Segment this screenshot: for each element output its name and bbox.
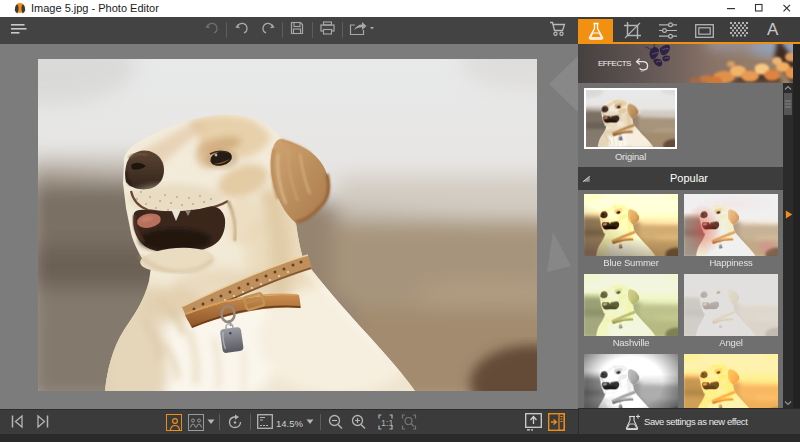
svg-text:1:1: 1:1 <box>381 418 393 428</box>
